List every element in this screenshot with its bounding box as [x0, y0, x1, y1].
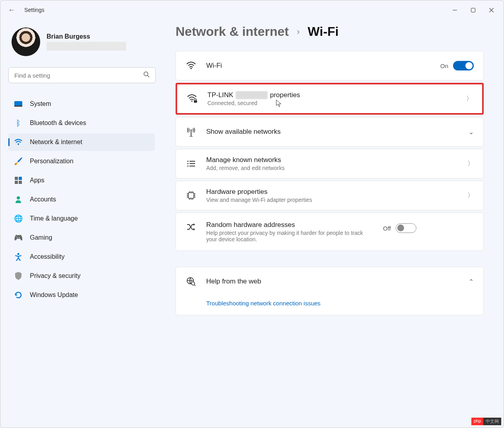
- wifi-lock-icon: [187, 94, 198, 103]
- svg-point-12: [190, 68, 192, 69]
- wifi-icon: [186, 62, 197, 70]
- card-title: Show available networks: [206, 128, 459, 136]
- card-subtitle: Connected, secured: [207, 100, 457, 106]
- breadcrumb-current: Wi-Fi: [308, 24, 339, 39]
- sidebar-item-label: Accessibility: [30, 253, 64, 260]
- user-profile[interactable]: Brian Burgess: [8, 27, 155, 56]
- search-input[interactable]: [14, 72, 143, 79]
- close-button[interactable]: [482, 4, 500, 16]
- svg-point-5: [18, 143, 19, 145]
- person-icon: [14, 195, 23, 204]
- sidebar: Brian Burgess System ᛒ Bluetooth & devic…: [0, 20, 160, 428]
- sidebar-item-network[interactable]: Network & internet: [8, 133, 155, 151]
- chevron-right-icon: 〉: [467, 192, 474, 200]
- watermark-badge: php 中文网: [471, 418, 501, 425]
- chevron-down-icon: ⌄: [469, 128, 474, 136]
- known-networks-card: Manage known networks Add, remove, and e…: [176, 149, 484, 178]
- sidebar-item-label: Accounts: [30, 196, 56, 203]
- chevron-right-icon: 〉: [466, 95, 473, 103]
- card-title: Wi-Fi: [206, 62, 431, 70]
- available-networks-row[interactable]: Show available networks ⌄: [176, 117, 483, 146]
- network-properties-row[interactable]: TP-LINKproperties Connected, secured 〉: [177, 84, 482, 113]
- wifi-toggle[interactable]: [453, 61, 474, 70]
- help-card: Help from the web ⌃ Troubleshooting netw…: [176, 267, 484, 315]
- svg-rect-14: [194, 100, 197, 103]
- chevron-right-icon: 〉: [467, 160, 474, 168]
- ssid-redacted: [236, 91, 268, 99]
- sidebar-item-label: System: [30, 100, 51, 107]
- card-subtitle: Add, remove, and edit networks: [206, 165, 458, 171]
- svg-rect-19: [189, 163, 195, 164]
- svg-rect-9: [19, 181, 22, 184]
- sidebar-item-privacy[interactable]: Privacy & security: [8, 267, 155, 285]
- sidebar-item-update[interactable]: Windows Update: [8, 286, 155, 304]
- search-box[interactable]: [8, 67, 156, 83]
- breadcrumb-parent[interactable]: Network & internet: [176, 24, 289, 39]
- close-icon: [489, 8, 494, 12]
- update-icon: [14, 291, 23, 299]
- known-networks-row[interactable]: Manage known networks Add, remove, and e…: [176, 149, 483, 178]
- sidebar-item-label: Windows Update: [30, 291, 78, 299]
- ssid-prefix: TP-LINK: [207, 91, 233, 99]
- toggle-state-label: Off: [383, 225, 391, 232]
- user-email-redacted: [47, 42, 126, 51]
- card-subtitle: Help protect your privacy by making it h…: [206, 230, 373, 242]
- svg-rect-17: [189, 161, 195, 162]
- toggle-state-label: On: [440, 63, 448, 69]
- card-title: Manage known networks: [206, 156, 458, 164]
- nav: System ᛒ Bluetooth & devices Network & i…: [8, 95, 155, 304]
- svg-rect-4: [14, 106, 22, 107]
- sidebar-item-apps[interactable]: Apps: [8, 172, 155, 189]
- random-addresses-row[interactable]: Random hardware addresses Help protect y…: [176, 213, 483, 250]
- breadcrumb: Network & internet › Wi-Fi: [176, 24, 484, 39]
- sidebar-item-label: Apps: [30, 177, 44, 184]
- sidebar-item-gaming[interactable]: 🎮 Gaming: [8, 229, 155, 246]
- sidebar-item-label: Bluetooth & devices: [30, 119, 86, 127]
- back-button[interactable]: ←: [4, 6, 20, 14]
- help-link-troubleshooting[interactable]: Troubleshooting network connection issue…: [206, 300, 320, 307]
- svg-point-24: [191, 282, 195, 285]
- chevron-up-icon: ⌃: [469, 278, 474, 285]
- badge-left: php: [471, 418, 483, 425]
- network-properties-card: TP-LINKproperties Connected, secured 〉: [176, 83, 484, 115]
- title-suffix: properties: [270, 91, 300, 99]
- sidebar-item-system[interactable]: System: [8, 95, 155, 113]
- svg-point-2: [144, 72, 148, 76]
- sidebar-item-personalization[interactable]: 🖌️ Personalization: [8, 152, 155, 170]
- card-subtitle: View and manage Wi-Fi adapter properties: [206, 197, 458, 203]
- random-addresses-toggle[interactable]: [396, 223, 416, 233]
- chip-icon: [186, 191, 197, 200]
- bluetooth-icon: ᛒ: [14, 119, 23, 127]
- wifi-toggle-row[interactable]: Wi-Fi On: [176, 51, 483, 80]
- avatar: [12, 27, 40, 56]
- hardware-properties-row[interactable]: Hardware properties View and manage Wi-F…: [176, 181, 483, 210]
- sidebar-item-bluetooth[interactable]: ᛒ Bluetooth & devices: [8, 114, 155, 132]
- help-header-row[interactable]: Help from the web ⌃: [176, 267, 483, 296]
- card-title: Help from the web: [206, 278, 459, 285]
- svg-rect-7: [19, 177, 22, 180]
- system-icon: [14, 100, 23, 108]
- minimize-button[interactable]: [445, 4, 464, 16]
- badge-right: 中文网: [483, 418, 501, 425]
- sidebar-item-label: Privacy & security: [30, 272, 80, 279]
- wifi-icon: [14, 138, 23, 147]
- shield-icon: [14, 272, 23, 280]
- svg-point-18: [188, 163, 189, 164]
- sidebar-item-time[interactable]: 🌐 Time & language: [8, 210, 155, 227]
- svg-rect-22: [188, 193, 194, 198]
- sidebar-item-accounts[interactable]: Accounts: [8, 191, 155, 208]
- minimize-icon: [453, 10, 457, 10]
- user-name: Brian Burgess: [47, 33, 126, 40]
- sidebar-item-accessibility[interactable]: Accessibility: [8, 248, 155, 266]
- svg-rect-6: [15, 177, 18, 180]
- svg-point-20: [188, 166, 189, 167]
- search-icon: [143, 71, 150, 79]
- list-icon: [186, 160, 197, 167]
- maximize-button[interactable]: [464, 4, 482, 16]
- wifi-toggle-card: Wi-Fi On: [176, 51, 484, 80]
- accessibility-icon: [14, 252, 23, 261]
- app-title: Settings: [24, 7, 45, 13]
- svg-point-13: [191, 100, 192, 102]
- sidebar-item-label: Personalization: [30, 158, 73, 165]
- antenna-icon: [186, 127, 197, 137]
